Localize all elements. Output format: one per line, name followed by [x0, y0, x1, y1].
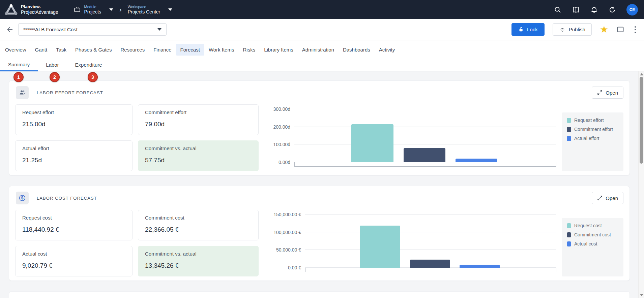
brand-text: Planview. ProjectAdvantage: [21, 4, 58, 15]
metric-value: 21.25d: [22, 157, 125, 164]
y-tick-label: 150,000.00 €: [273, 212, 301, 217]
legend-item-actual-cost: Actual cost: [567, 241, 618, 246]
card-title: LABOR COST FORECAST: [37, 196, 97, 201]
tab-forecast[interactable]: Forecast: [176, 44, 204, 56]
tab-finance[interactable]: Finance: [149, 44, 176, 56]
tab-work-items[interactable]: Work Items: [204, 44, 239, 56]
breadcrumb-chevron-icon: ›: [119, 6, 122, 13]
expand-icon: [597, 195, 603, 201]
vertical-scrollbar[interactable]: [638, 71, 644, 298]
more-options-icon[interactable]: [633, 25, 638, 34]
currency-icon: $: [16, 192, 29, 204]
topbar: Planview. ProjectAdvantage Module Projec…: [0, 0, 644, 19]
chevron-down-icon: [109, 8, 113, 11]
publish-button-label: Publish: [569, 27, 585, 32]
bar-request-effort[interactable]: [351, 124, 393, 162]
tab-library-items[interactable]: Library Items: [260, 44, 298, 56]
metric-value: 13,345.26 €: [145, 262, 252, 269]
y-tick-label: 0.00d: [279, 160, 290, 165]
module-crumb-text: Module Projects: [84, 5, 101, 15]
metric-label: Commitment cost: [145, 215, 252, 221]
metric-tile-commitment-vs-actual: Commitment vs. actual57.75d: [138, 140, 259, 171]
tab-gantt[interactable]: Gantt: [31, 44, 52, 56]
y-axis: 300.00d200.00d100.00d0.00d: [261, 109, 294, 162]
gridline: [305, 232, 556, 232]
card-title: LABOR EFFORT FORECAST: [37, 90, 103, 95]
tab-resources[interactable]: Resources: [116, 44, 149, 56]
metric-value: 79.00d: [145, 121, 252, 128]
entity-toolbar: ******ALB Forecast Cost Lock Publish ★: [0, 19, 644, 40]
workspace-switcher[interactable]: Workspace Projects Center: [128, 5, 172, 15]
tab-administration[interactable]: Administration: [298, 44, 339, 56]
search-icon[interactable]: [554, 6, 562, 14]
x-axis: [305, 268, 556, 272]
gridline: [305, 250, 556, 250]
metric-tile-request-effort: Request effort215.00d: [15, 104, 133, 135]
metric-tile-commitment-effort: Commitment effort79.00d: [138, 104, 259, 135]
page-content: LABOR EFFORT FORECAST Open Request effor…: [0, 71, 644, 298]
tab-overview[interactable]: Overview: [1, 44, 31, 56]
lock-open-icon: [518, 27, 524, 32]
x-axis: [294, 162, 556, 167]
brand-line2: ProjectAdvantage: [21, 9, 58, 15]
legend-swatch-icon: [567, 241, 571, 246]
lock-button[interactable]: Lock: [511, 23, 545, 36]
metric-tiles: Request cost118,440.92 €Commitment cost2…: [15, 210, 259, 276]
metric-label: Actual effort: [22, 145, 125, 151]
bar-actual-cost[interactable]: [460, 265, 500, 268]
metric-value: 9,020.79 €: [22, 262, 125, 269]
book-icon[interactable]: [572, 6, 580, 14]
tab-phases-gates[interactable]: Phases & Gates: [71, 44, 116, 56]
module-switcher[interactable]: Module Projects: [74, 5, 114, 15]
open-button[interactable]: Open: [592, 192, 623, 204]
metric-tile-actual-cost: Actual cost9,020.79 €: [15, 246, 133, 276]
next-card-partial: [9, 291, 630, 298]
legend-item-request-effort: Request effort: [567, 118, 618, 123]
tab-activity[interactable]: Activity: [375, 44, 400, 56]
bar-commitment-effort[interactable]: [404, 148, 445, 162]
legend-item-commitment-effort: Commitment effort: [567, 127, 618, 132]
bar-commitment-cost[interactable]: [410, 260, 450, 268]
avatar[interactable]: CE: [626, 4, 638, 15]
subtab-summary[interactable]: Summary: [0, 60, 38, 71]
favorite-star-icon[interactable]: ★: [600, 25, 608, 34]
comment-icon[interactable]: [616, 26, 624, 34]
bell-icon[interactable]: [590, 6, 598, 14]
annotation-badge-2: 2: [50, 72, 60, 82]
legend-label: Actual effort: [574, 136, 599, 141]
back-button[interactable]: [5, 24, 16, 35]
topbar-separator: [66, 5, 66, 15]
tab-risks[interactable]: Risks: [238, 44, 260, 56]
entity-selector[interactable]: ******ALB Forecast Cost: [18, 23, 167, 36]
planview-triangle-icon: [5, 4, 18, 15]
topbar-actions: CE: [554, 4, 638, 15]
card-header: LABOR EFFORT FORECAST Open: [15, 86, 623, 99]
chart-legend: Request costCommitment costActual cost: [562, 218, 623, 276]
metric-label: Commitment vs. actual: [145, 145, 252, 151]
scroll-down-arrow-icon[interactable]: [640, 294, 643, 296]
metric-value: 215.00d: [22, 121, 125, 128]
labor-effort-forecast-card: LABOR EFFORT FORECAST Open Request effor…: [9, 80, 630, 175]
tab-task[interactable]: Task: [52, 44, 71, 56]
publish-button[interactable]: Publish: [553, 23, 592, 36]
gridline: [294, 109, 556, 109]
refresh-icon[interactable]: [608, 6, 616, 14]
tab-dashboards[interactable]: Dashboards: [339, 44, 375, 56]
open-button[interactable]: Open: [592, 87, 623, 99]
planview-logo[interactable]: Planview. ProjectAdvantage: [5, 4, 58, 15]
legend-item-actual-effort: Actual effort: [567, 136, 618, 141]
metric-tile-actual-effort: Actual effort21.25d: [15, 140, 133, 171]
scrollbar-thumb[interactable]: [640, 77, 643, 164]
metric-tiles: Request effort215.00dCommitment effort79…: [15, 104, 259, 171]
bar-request-cost[interactable]: [360, 226, 400, 268]
briefcase-icon: [74, 6, 81, 13]
chart-legend: Request effortCommitment effortActual ef…: [562, 112, 623, 171]
forecast-subtabs: SummaryLaborExpenditure: [0, 60, 644, 71]
scroll-up-arrow-icon[interactable]: [640, 73, 643, 75]
toolbar-actions: Lock Publish ★: [511, 23, 638, 36]
subtab-expenditure[interactable]: Expenditure: [67, 60, 110, 71]
legend-label: Commitment cost: [574, 232, 611, 237]
subtab-labor[interactable]: Labor: [38, 60, 67, 71]
bar-actual-effort[interactable]: [456, 159, 497, 162]
metric-label: Request effort: [22, 109, 125, 115]
